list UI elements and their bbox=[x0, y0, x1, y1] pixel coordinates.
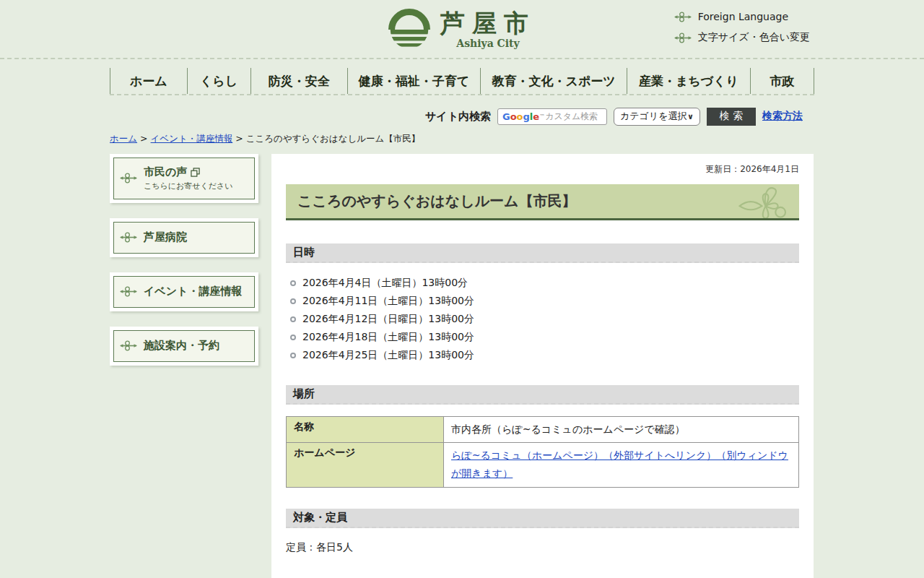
foreign-language-label: Foreign Language bbox=[698, 11, 788, 22]
nav-item-kyouiku[interactable]: 教育・文化・スポーツ bbox=[480, 68, 627, 94]
date-text: 2026年4月12日（日曜日）13時00分 bbox=[302, 313, 474, 326]
table-row: ホームページ らぽ~るコミュ（ホームページ）（外部サイトへリンク）（別ウィンドウ… bbox=[287, 443, 799, 487]
list-item: 2026年4月18日（土曜日）13時00分 bbox=[290, 328, 799, 346]
circle-bullet-icon bbox=[290, 335, 296, 340]
search-placeholder: カスタム検索 bbox=[545, 111, 598, 123]
banner-label: イベント・講座情報 bbox=[144, 285, 242, 298]
banner-label: 芦屋病院 bbox=[144, 230, 187, 244]
date-text: 2026年4月4日（土曜日）13時00分 bbox=[302, 277, 468, 290]
site-search-bar: サイト内検索 Google™ カスタム検索 カテゴリを選択 ∨ 検 索 検索方法 bbox=[110, 107, 814, 126]
vine-bullet-icon bbox=[120, 340, 137, 351]
text-size-color-link[interactable]: 文字サイズ・色合い変更 bbox=[674, 31, 810, 44]
vine-flourish-icon bbox=[733, 185, 795, 220]
table-row-value: 市内各所（らぽ~るコミュのホームページで確認） bbox=[444, 417, 799, 443]
nav-item-bousai[interactable]: 防災・安全 bbox=[250, 68, 347, 94]
vine-bullet-icon bbox=[120, 286, 137, 297]
chevron-down-icon: ∨ bbox=[687, 112, 694, 121]
list-item: 2026年4月25日（土曜日）13時00分 bbox=[290, 346, 799, 364]
circle-bullet-icon bbox=[290, 280, 296, 286]
place-table: 名称 市内各所（らぽ~るコミュのホームページで確認） ホームページ らぽ~るコミ… bbox=[286, 416, 799, 488]
section-heading-target: 対象・定員 bbox=[286, 509, 799, 528]
google-tm: ™ bbox=[539, 113, 545, 120]
vine-bullet-icon bbox=[120, 232, 137, 243]
list-item: 2026年4月11日（土曜日）13時00分 bbox=[290, 292, 799, 310]
content-area: 市民の声 こちらにお寄せください 芦屋病院 イベント・講座情報 bbox=[110, 154, 924, 578]
breadcrumb-current: こころのやすらぐおはなしルーム【市民】 bbox=[246, 133, 421, 144]
search-button[interactable]: 検 索 bbox=[707, 108, 756, 126]
site-title-english: Ashiya City bbox=[440, 38, 536, 49]
date-text: 2026年4月25日（土曜日）13時00分 bbox=[302, 349, 474, 362]
foreign-language-link[interactable]: Foreign Language bbox=[674, 11, 810, 22]
global-nav: ホーム くらし 防災・安全 健康・福祉・子育て 教育・文化・スポーツ 産業・まち… bbox=[110, 68, 814, 95]
banner-subtext: こちらにお寄せください bbox=[144, 181, 233, 191]
date-text: 2026年4月11日（土曜日）13時00分 bbox=[302, 295, 474, 308]
breadcrumb-home-link[interactable]: ホーム bbox=[110, 133, 137, 144]
nav-item-kurashi[interactable]: くらし bbox=[187, 68, 250, 94]
sidebar-banner-facility-reservation[interactable]: 施設案内・予約 bbox=[110, 327, 258, 366]
sidebar-banner-event-info[interactable]: イベント・講座情報 bbox=[110, 272, 258, 311]
site-header: 芦屋市 Ashiya City Foreign Language 文字サイズ・色… bbox=[0, 0, 924, 59]
nav-item-shisei[interactable]: 市政 bbox=[750, 68, 814, 94]
nav-item-sangyou[interactable]: 産業・まちづくり bbox=[627, 68, 750, 94]
breadcrumb-events-link[interactable]: イベント・講座情報 bbox=[151, 133, 233, 144]
section-heading-place: 場所 bbox=[286, 385, 799, 405]
nav-item-kenkou[interactable]: 健康・福祉・子育て bbox=[347, 68, 481, 94]
category-select[interactable]: カテゴリを選択 ∨ bbox=[614, 108, 700, 126]
sidebar-banner-ashiya-hospital[interactable]: 芦屋病院 bbox=[110, 218, 258, 257]
google-placeholder-logo: Google bbox=[502, 111, 539, 122]
main-content-panel: 更新日：2026年4月1日 こころのやすらぐおはなしルーム【市民】 日時 202… bbox=[271, 154, 814, 578]
list-item: 2026年4月4日（土曜日）13時00分 bbox=[290, 274, 799, 292]
list-item: 2026年4月12日（日曜日）13時00分 bbox=[290, 310, 799, 328]
ashiya-city-logo-icon bbox=[388, 9, 430, 51]
header-utility-links: Foreign Language 文字サイズ・色合い変更 bbox=[674, 11, 810, 44]
vine-bullet-icon bbox=[674, 12, 692, 22]
section-heading-text: 対象・定員 bbox=[293, 511, 347, 525]
capacity-text: 定員：各日5人 bbox=[286, 541, 799, 554]
breadcrumb: ホーム>イベント・講座情報>こころのやすらぐおはなしルーム【市民】 bbox=[110, 133, 924, 145]
section-heading-text: 日時 bbox=[293, 246, 315, 259]
table-row: 名称 市内各所（らぽ~るコミュのホームページで確認） bbox=[287, 417, 799, 443]
nav-item-home[interactable]: ホーム bbox=[110, 68, 187, 94]
section-heading-text: 場所 bbox=[293, 387, 315, 401]
table-row-label: 名称 bbox=[287, 417, 444, 443]
search-help-link[interactable]: 検索方法 bbox=[762, 110, 803, 123]
datetime-list: 2026年4月4日（土曜日）13時00分 2026年4月11日（土曜日）13時0… bbox=[290, 274, 799, 364]
breadcrumb-separator: > bbox=[235, 133, 243, 144]
vine-bullet-icon bbox=[674, 33, 692, 43]
table-row-label: ホームページ bbox=[287, 443, 444, 487]
text-size-color-label: 文字サイズ・色合い変更 bbox=[698, 31, 810, 44]
sidebar-banner-shimin-no-koe[interactable]: 市民の声 こちらにお寄せください bbox=[110, 154, 258, 203]
search-input[interactable]: Google™ カスタム検索 bbox=[497, 108, 607, 125]
breadcrumb-separator: > bbox=[140, 133, 147, 144]
vine-bullet-icon bbox=[120, 173, 137, 184]
date-text: 2026年4月18日（土曜日）13時00分 bbox=[302, 331, 474, 344]
circle-bullet-icon bbox=[290, 298, 296, 304]
page-title: こころのやすらぐおはなしルーム【市民】 bbox=[297, 191, 577, 211]
category-select-value: カテゴリを選択 bbox=[620, 110, 687, 123]
banner-label: 市民の声 bbox=[144, 165, 187, 179]
site-title: 芦屋市 bbox=[440, 10, 536, 37]
table-row-value: らぽ~るコミュ（ホームページ）（外部サイトへリンク）（別ウィンドウが開きます） bbox=[444, 443, 799, 487]
circle-bullet-icon bbox=[290, 316, 296, 322]
site-search-label: サイト内検索 bbox=[425, 110, 491, 124]
site-logo[interactable]: 芦屋市 Ashiya City bbox=[388, 9, 536, 51]
homepage-external-link[interactable]: らぽ~るコミュ（ホームページ）（外部サイトへリンク）（別ウィンドウが開きます） bbox=[451, 449, 788, 479]
updated-date: 更新日：2026年4月1日 bbox=[286, 163, 799, 176]
section-heading-datetime: 日時 bbox=[286, 243, 799, 263]
circle-bullet-icon bbox=[290, 353, 296, 358]
banner-label: 施設案内・予約 bbox=[144, 339, 219, 353]
external-link-icon bbox=[191, 168, 200, 177]
page-title-bar: こころのやすらぐおはなしルーム【市民】 bbox=[286, 184, 799, 220]
sidebar: 市民の声 こちらにお寄せください 芦屋病院 イベント・講座情報 bbox=[110, 154, 258, 381]
